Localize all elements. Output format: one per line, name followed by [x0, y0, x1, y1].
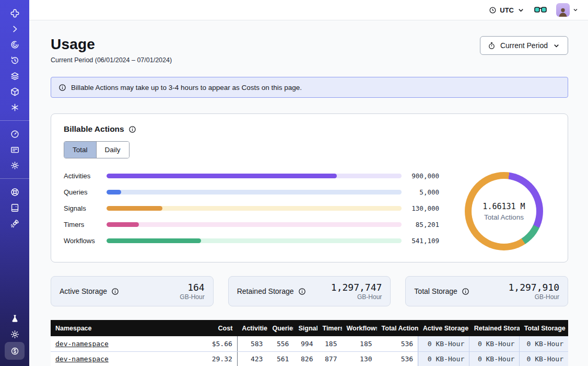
coin-icon	[10, 346, 20, 356]
table-row: dev-namespace29.324235618268771305360 KB…	[51, 351, 568, 366]
namespace-cell: dev-namespace	[51, 336, 172, 351]
chevron-down-icon	[517, 6, 525, 14]
flask-icon	[10, 314, 20, 324]
bar-fill	[107, 238, 201, 243]
bar-row-activities: Activities900,000	[64, 172, 439, 180]
info-icon[interactable]	[298, 288, 306, 295]
user-menu[interactable]	[556, 3, 579, 17]
spiral-icon	[10, 40, 20, 50]
table-header-row: NamespaceCostActivitiesQueriesSignalsTim…	[51, 320, 568, 336]
sidebar-item-spiral[interactable]	[5, 37, 24, 52]
timezone-selector[interactable]: UTC	[489, 6, 525, 14]
bar-row-workflows: Workflows541,109	[64, 237, 439, 245]
period-dropdown-button[interactable]: Current Period	[480, 36, 568, 55]
table-cell: 423	[237, 351, 267, 366]
sidebar-item-cube[interactable]	[5, 84, 24, 99]
table-cell: 185	[317, 336, 342, 351]
bar-row-queries: Queries5,000	[64, 188, 439, 196]
docs-icon	[10, 203, 20, 213]
gear-icon	[10, 161, 20, 170]
info-icon	[58, 84, 66, 92]
column-header-workflows: Workflows	[342, 320, 377, 336]
bar-value: 900,000	[407, 172, 439, 180]
table-cell: $5.66	[172, 336, 237, 351]
namespace-link[interactable]: dev-namespace	[55, 340, 109, 348]
sidebar-item-gauge[interactable]	[5, 126, 24, 142]
sidebar-item-gear[interactable]	[5, 157, 24, 173]
info-icon[interactable]	[111, 288, 119, 295]
storage-card-value: 1,297,910	[508, 282, 559, 293]
tab-total[interactable]: Total	[64, 142, 96, 158]
chevron-down-icon	[572, 7, 579, 13]
table-cell: 536	[377, 336, 418, 351]
glasses-icon	[534, 6, 547, 14]
layers-icon	[10, 71, 20, 81]
sidebar-item-sun[interactable]	[5, 326, 24, 342]
bar-value: 85,201	[407, 221, 439, 228]
sidebar-item-layers[interactable]	[5, 68, 24, 84]
storage-card-unit: GB-Hour	[180, 293, 204, 301]
info-icon[interactable]	[462, 288, 469, 295]
namespace-link[interactable]: dev-namespace	[55, 355, 109, 363]
storage-summary-row: Active Storage164GB-HourRetained Storage…	[51, 276, 568, 306]
sidebar-item-rocket[interactable]	[5, 215, 24, 231]
column-header-activities: Activities	[237, 320, 267, 336]
table-cell: 29.32	[172, 351, 237, 366]
bar-value: 5,000	[407, 188, 439, 196]
storage-card-value: 1,297,747	[331, 282, 382, 293]
sidebar-item-clock-history[interactable]	[5, 52, 24, 68]
bar-value: 130,000	[407, 204, 439, 212]
bar-track	[107, 174, 402, 178]
bar-track	[107, 206, 402, 211]
period-dropdown-label: Current Period	[500, 41, 548, 50]
chevron-right-icon	[10, 24, 20, 34]
table-cell: 0 KB-Hour	[418, 351, 469, 366]
billable-actions-bar-chart: Activities900,000Queries5,000Signals130,…	[64, 172, 453, 250]
column-header-active-storage: Active Storage	[418, 320, 469, 336]
billable-actions-card: Billable Actions Total Daily Activities9…	[51, 113, 568, 262]
timezone-label: UTC	[500, 6, 514, 14]
total-daily-segmented-control: Total Daily	[64, 141, 130, 158]
sidebar-divider	[0, 178, 29, 179]
cube-icon	[10, 87, 20, 97]
sidebar-divider	[0, 120, 29, 121]
tab-daily[interactable]: Daily	[96, 142, 129, 158]
main-content: Usage Current Period (06/01/2024 – 07/01…	[29, 20, 588, 366]
bar-row-signals: Signals130,000	[64, 204, 439, 212]
card-icon	[10, 145, 20, 155]
table-cell: 877	[317, 351, 342, 366]
sidebar-item-docs[interactable]	[5, 200, 24, 215]
table-cell: 583	[237, 336, 267, 351]
column-header-total-storage: Total Storage	[520, 320, 568, 336]
donut-total-value: 1.66131 M	[483, 202, 525, 211]
sidebar-item-lifebuoy[interactable]	[5, 184, 24, 200]
bar-label: Workflows	[64, 237, 101, 245]
lifebuoy-icon	[10, 187, 20, 197]
sidebar-item-asterisk[interactable]	[5, 99, 24, 115]
sidebar	[0, 0, 29, 366]
bar-fill	[107, 174, 337, 178]
info-banner: Billable Actions may take up to 3-4 hour…	[51, 77, 568, 98]
bar-value: 541,109	[407, 237, 439, 245]
sidebar-item-flask[interactable]	[5, 311, 24, 326]
storage-card-label: Retained Storage	[237, 287, 294, 295]
temporal-logo[interactable]	[5, 5, 24, 21]
sidebar-item-coin[interactable]	[5, 342, 25, 360]
bar-fill	[107, 222, 139, 227]
sun-icon	[10, 329, 20, 339]
table-row: dev-namespace$5.665835569941851855360 KB…	[51, 336, 568, 351]
avatar	[556, 3, 570, 17]
info-icon[interactable]	[128, 125, 136, 133]
column-header-cost: Cost	[172, 320, 237, 336]
sidebar-item-chevron-right[interactable]	[5, 21, 24, 37]
storage-card-value: 164	[180, 282, 204, 293]
table-cell: 561	[267, 351, 293, 366]
stopwatch-icon	[488, 42, 496, 50]
clock-history-icon	[10, 55, 20, 65]
active-storage-card: Active Storage164GB-Hour	[51, 276, 214, 306]
bar-label: Queries	[64, 188, 101, 196]
bar-fill	[107, 206, 162, 211]
feedback-glasses-button[interactable]	[534, 6, 547, 14]
table-cell: 0 KB-Hour	[469, 336, 520, 351]
sidebar-item-card[interactable]	[5, 142, 24, 157]
